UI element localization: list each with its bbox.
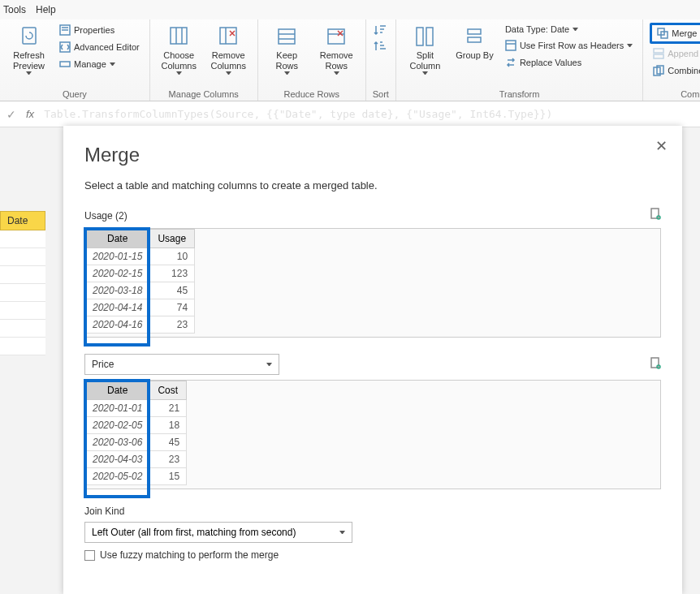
formula-text[interactable]: Table.TransformColumnTypes(Source, {{"Da… [44,108,694,120]
column-header[interactable]: Date [86,381,149,400]
table2-select[interactable]: Price [84,354,279,375]
remove-rows-button[interactable]: Remove Rows [314,23,359,76]
advanced-editor-button[interactable]: Advanced Editor [56,40,143,54]
group-by-button[interactable]: Group By [452,23,497,62]
column-header[interactable]: Date [86,230,149,248]
table-row[interactable]: 2020-02-0518 [86,417,187,434]
remove-columns-button[interactable]: Remove Columns [206,23,251,76]
group-label-sort: Sort [373,89,389,99]
join-kind-label: Join Kind [84,506,661,517]
sort-asc-icon[interactable] [373,23,389,37]
svg-rect-11 [279,29,295,44]
manage-icon [59,58,71,70]
table-cell[interactable]: 2020-04-16 [86,316,149,334]
table1[interactable]: DateUsage2020-01-15102020-02-151232020-0… [85,229,195,334]
svg-rect-20 [506,41,516,50]
table-cell[interactable]: 23 [149,316,195,334]
headers-icon [505,40,516,51]
table-cell[interactable]: 2020-03-18 [86,282,149,299]
table1-preview: DateUsage2020-01-15102020-02-151232020-0… [84,228,661,338]
close-button[interactable]: ✕ [655,137,668,155]
menu-help[interactable]: Help [36,4,66,15]
table-row[interactable]: 2020-03-0645 [86,434,187,451]
merge-queries-icon [657,28,668,39]
table2-preview: DateCost2020-01-01212020-02-05182020-03-… [84,380,661,489]
choose-columns-icon [167,24,190,49]
append-queries-icon [653,48,664,59]
table-cell[interactable]: 2020-04-03 [86,451,149,468]
replace-values-button[interactable]: Replace Values [502,55,636,70]
gutter-row [0,302,45,320]
gutter-row [0,248,45,266]
table-row[interactable]: 2020-02-15123 [86,265,195,282]
svg-rect-17 [426,28,433,45]
table1-expand-icon[interactable] [650,208,661,223]
formula-commit-icon[interactable]: ✓ [6,108,16,121]
menu-bar: Tools Help [0,0,700,19]
properties-button[interactable]: Properties [56,23,143,37]
table-cell[interactable]: 2020-04-14 [86,299,149,316]
table-cell[interactable]: 18 [149,417,187,434]
table-cell[interactable]: 15 [149,468,187,485]
column-header[interactable]: Usage [149,230,195,248]
data-type-button[interactable]: Data Type: Date [502,23,636,36]
table-cell[interactable]: 2020-05-02 [86,468,149,485]
table-row[interactable]: 2020-04-1474 [86,299,195,316]
column-header[interactable]: Cost [149,381,187,400]
svg-rect-16 [417,28,423,45]
table-cell[interactable]: 23 [149,451,187,468]
append-queries-button[interactable]: Append Queries [650,46,700,61]
table-row[interactable]: 2020-01-0121 [86,400,187,417]
table-cell[interactable]: 2020-03-06 [86,434,149,451]
join-kind-select[interactable]: Left Outer (all from first, matching fro… [84,522,352,543]
merge-dialog: ✕ Merge Select a table and matching colu… [63,126,682,594]
table-cell[interactable]: 21 [149,400,187,417]
menu-tools[interactable]: Tools [3,4,36,15]
table2-expand-icon[interactable] [650,357,661,372]
group-label-transform: Transform [403,89,636,99]
first-row-headers-button[interactable]: Use First Row as Headers [502,38,636,53]
svg-rect-6 [171,28,187,44]
table-cell[interactable]: 2020-02-15 [86,265,149,282]
table-cell[interactable]: 45 [149,282,195,299]
combine-files-button[interactable]: Combine Files [650,63,700,78]
refresh-preview-button[interactable]: Refresh Preview [6,23,51,76]
table-row[interactable]: 2020-03-1845 [86,282,195,299]
sort-desc-icon[interactable] [373,39,389,54]
table-cell[interactable]: 45 [149,434,187,451]
table-cell[interactable]: 123 [149,265,195,282]
table-cell[interactable]: 2020-01-01 [86,400,149,417]
fuzzy-checkbox[interactable] [84,550,95,561]
table-row[interactable]: 2020-04-1623 [86,316,195,334]
dialog-title: Merge [84,144,661,166]
manage-button[interactable]: Manage [56,57,143,71]
table-cell[interactable]: 10 [149,248,195,265]
table2[interactable]: DateCost2020-01-01212020-02-05182020-03-… [85,381,187,485]
svg-rect-0 [23,28,36,44]
split-column-icon [413,24,436,49]
group-label-reduce-rows: Reduce Rows [265,89,359,99]
table-row[interactable]: 2020-01-1510 [86,248,195,265]
table-row[interactable]: 2020-05-0215 [86,468,187,485]
group-by-icon [463,24,486,49]
combine-files-icon [653,65,664,76]
properties-icon [59,24,71,36]
fx-icon[interactable]: fx [26,108,34,120]
dialog-subtitle: Select a table and matching columns to c… [84,179,661,192]
choose-columns-button[interactable]: Choose Columns [157,23,201,76]
advanced-editor-icon [59,41,71,53]
fuzzy-label: Use fuzzy matching to perform the merge [100,549,279,561]
table-row[interactable]: 2020-04-0323 [86,451,187,468]
left-date-pill[interactable]: Date [0,211,45,230]
svg-rect-5 [60,62,70,67]
ribbon-group-combine: Merge Queries Append Queries Combine Fil… [643,19,700,101]
split-column-button[interactable]: Split Column [403,23,447,76]
merge-queries-button[interactable]: Merge Queries [650,23,700,44]
keep-rows-button[interactable]: Keep Rows [265,23,309,76]
ribbon-group-query: Refresh Preview Properties Advanced Edit… [0,19,150,101]
table-cell[interactable]: 2020-01-15 [86,248,149,265]
table-cell[interactable]: 74 [149,299,195,316]
svg-rect-19 [468,37,481,42]
group-label-combine: Combine [650,89,700,99]
table-cell[interactable]: 2020-02-05 [86,417,149,434]
